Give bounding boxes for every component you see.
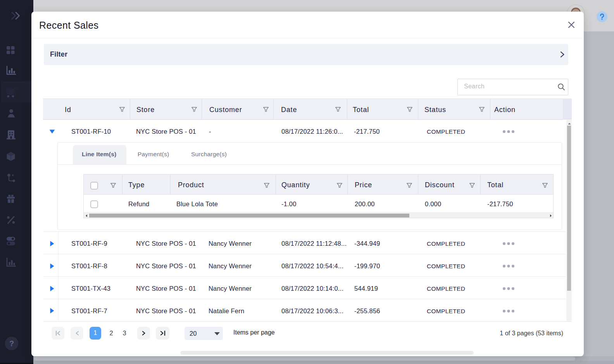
svg-text:?: ? xyxy=(9,339,14,348)
